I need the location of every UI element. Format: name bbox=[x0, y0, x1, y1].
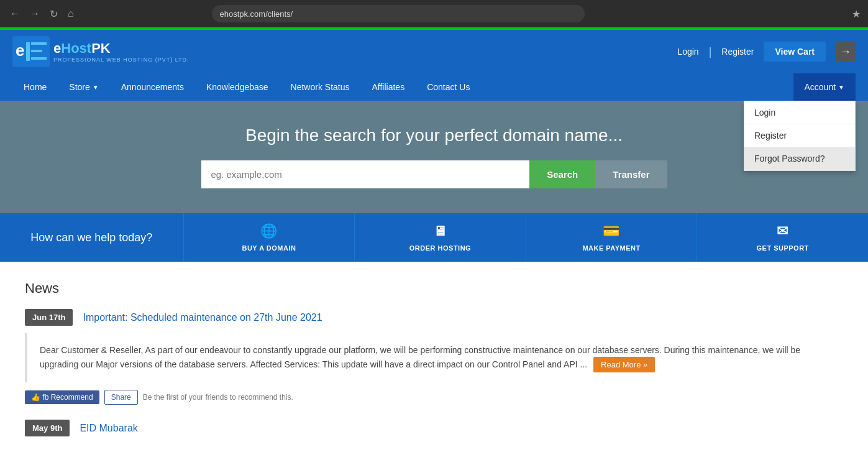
header-right: Login | Register View Cart → bbox=[677, 42, 856, 62]
service-get-support[interactable]: ✉ GET SUPPORT bbox=[697, 213, 868, 262]
cart-icon-box[interactable]: → bbox=[836, 42, 856, 62]
make-payment-label: MAKE PAYMENT bbox=[582, 244, 640, 252]
bookmark-icon[interactable]: ★ bbox=[852, 8, 861, 20]
service-make-payment[interactable]: 💳 MAKE PAYMENT bbox=[526, 213, 697, 262]
site-header: e eHostPK PROFESSIONAL WEB HOSTING (PVT)… bbox=[0, 30, 868, 101]
order-hosting-label: ORDER HOSTING bbox=[409, 244, 471, 252]
logo-text-area: eHostPK PROFESSIONAL WEB HOSTING (PVT) L… bbox=[53, 40, 190, 63]
payment-icon: 💳 bbox=[603, 223, 620, 239]
account-label: Account bbox=[805, 82, 836, 92]
nav-network-status[interactable]: Network Status bbox=[280, 73, 361, 101]
nav-account[interactable]: Account ▼ Login Register Forgot Password… bbox=[793, 73, 856, 101]
social-bar-1: 👍 fb Recommend Share Be the first of you… bbox=[25, 390, 843, 405]
store-arrow-icon: ▼ bbox=[93, 84, 99, 91]
forward-button[interactable]: → bbox=[27, 6, 42, 22]
logo-subtitle: PROFESSIONAL WEB HOSTING (PVT) LTD. bbox=[53, 57, 190, 63]
svg-rect-4 bbox=[31, 50, 42, 52]
domain-search-input[interactable] bbox=[201, 160, 530, 188]
news-item-2: May 9th EID Mubarak bbox=[25, 420, 843, 436]
header-top: e eHostPK PROFESSIONAL WEB HOSTING (PVT)… bbox=[12, 30, 856, 73]
main-nav: Home Store ▼ Announcements Knowledgebase… bbox=[12, 73, 856, 101]
service-buy-domain[interactable]: 🌐 BUY A DOMAIN bbox=[183, 213, 355, 262]
nav-home[interactable]: Home bbox=[12, 73, 58, 101]
home-button[interactable]: ⌂ bbox=[65, 6, 76, 22]
news-title-link-1[interactable]: Important: Scheduled maintenance on 27th… bbox=[83, 312, 322, 323]
hero-section: Begin the search for your perfect domain… bbox=[0, 101, 868, 213]
services-help-text: How can we help today? bbox=[0, 213, 183, 262]
main-content: News Jun 17th Important: Scheduled maint… bbox=[0, 262, 868, 470]
fb-share-1[interactable]: Share bbox=[104, 390, 138, 405]
refresh-button[interactable]: ↻ bbox=[47, 6, 60, 22]
news-item-1: Jun 17th Important: Scheduled maintenanc… bbox=[25, 309, 843, 405]
domain-icon: 🌐 bbox=[260, 223, 278, 239]
support-icon: ✉ bbox=[777, 223, 788, 239]
svg-rect-5 bbox=[31, 57, 47, 60]
news-date-2: May 9th bbox=[25, 420, 70, 436]
nav-contact-us[interactable]: Contact Us bbox=[416, 73, 481, 101]
read-more-button-1[interactable]: Read More » bbox=[593, 357, 655, 372]
url-text: ehostpk.com/clients/ bbox=[219, 9, 293, 19]
login-link[interactable]: Login bbox=[677, 47, 698, 57]
dropdown-forgot-password[interactable]: Forgot Password? bbox=[744, 147, 855, 170]
news-header-2: May 9th EID Mubarak bbox=[25, 420, 843, 436]
nav-announcements[interactable]: Announcements bbox=[110, 73, 195, 101]
dropdown-login[interactable]: Login bbox=[744, 101, 855, 124]
nav-affiliates[interactable]: Affiliates bbox=[361, 73, 416, 101]
register-link[interactable]: Register bbox=[721, 47, 754, 57]
news-body-1: Dear Customer & Reseller, As part of our… bbox=[25, 333, 843, 382]
buy-domain-label: BUY A DOMAIN bbox=[242, 244, 296, 252]
news-date-1: Jun 17th bbox=[25, 309, 73, 326]
news-section-title: News bbox=[25, 280, 843, 297]
news-title-link-2[interactable]: EID Mubarak bbox=[80, 423, 137, 434]
logo-area[interactable]: e eHostPK PROFESSIONAL WEB HOSTING (PVT)… bbox=[12, 36, 190, 67]
service-order-hosting[interactable]: 🖥 ORDER HOSTING bbox=[354, 213, 526, 262]
account-dropdown: Login Register Forgot Password? bbox=[744, 101, 856, 171]
search-button[interactable]: Search bbox=[529, 160, 595, 188]
svg-rect-2 bbox=[26, 42, 30, 61]
news-header-1: Jun 17th Important: Scheduled maintenanc… bbox=[25, 309, 843, 326]
social-text-1: Be the first of your friends to recommen… bbox=[143, 393, 293, 402]
transfer-button[interactable]: Transfer bbox=[595, 160, 667, 188]
services-bar: How can we help today? 🌐 BUY A DOMAIN 🖥 … bbox=[0, 213, 868, 262]
hero-title: Begin the search for your perfect domain… bbox=[12, 126, 856, 145]
fb-recommend-1[interactable]: 👍 fb Recommend bbox=[25, 390, 99, 404]
nav-knowledgebase[interactable]: Knowledgebase bbox=[195, 73, 280, 101]
news-body-text-1: Dear Customer & Reseller, As part of our… bbox=[40, 345, 800, 369]
view-cart-button[interactable]: View Cart bbox=[764, 42, 826, 62]
nav-store[interactable]: Store ▼ bbox=[58, 73, 109, 101]
logo-name: eHostPK bbox=[53, 40, 111, 56]
address-bar[interactable]: ehostpk.com/clients/ bbox=[212, 5, 585, 22]
view-cart-label: View Cart bbox=[775, 47, 815, 57]
hosting-icon: 🖥 bbox=[433, 223, 447, 239]
svg-text:e: e bbox=[16, 41, 24, 60]
account-arrow-icon: ▼ bbox=[838, 84, 844, 91]
dropdown-register[interactable]: Register bbox=[744, 124, 855, 147]
back-button[interactable]: ← bbox=[7, 6, 22, 22]
header-divider: | bbox=[709, 45, 712, 58]
logo-icon: e bbox=[12, 36, 50, 67]
cart-arrow-icon: → bbox=[840, 45, 851, 58]
svg-rect-3 bbox=[31, 42, 47, 45]
get-support-label: GET SUPPORT bbox=[757, 244, 809, 252]
search-bar: Search Transfer bbox=[201, 160, 667, 188]
browser-chrome: ← → ↻ ⌂ ehostpk.com/clients/ ★ bbox=[0, 0, 868, 27]
